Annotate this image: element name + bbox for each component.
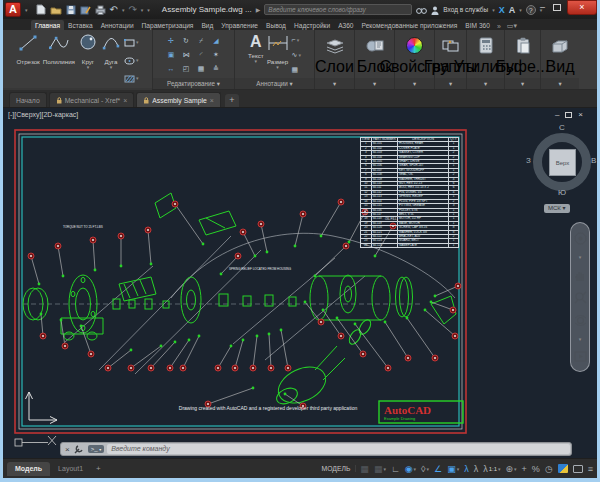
polar-tracking-icon[interactable]: ◉▾ [405,463,416,475]
line-button[interactable]: Отрезок [16,32,41,88]
polyline-button[interactable]: Полилиния [42,32,76,88]
viewport-controls-label[interactable]: [-][Сверху][2D-каркас] [8,111,78,118]
ellipse-icon[interactable] [124,51,135,69]
annotation-visibility-icon[interactable]: λ [464,463,469,475]
leader-icon[interactable]: ⌐ [292,36,296,44]
panel-modify-label[interactable]: Редактирование ▾ [153,78,234,89]
quick-properties-icon[interactable]: % [532,463,540,475]
revision-cloud-icon[interactable]: ∿ [292,51,298,59]
sign-in-dropdown-icon[interactable]: ▾ [492,7,495,13]
rotate-icon[interactable]: ↻ [183,37,189,45]
erase-icon[interactable]: ◢ [213,37,218,45]
file-tab-assembly-sample[interactable]: Assembly Sample × [136,92,221,107]
model-space-toggle[interactable]: МОДЕЛЬ [317,465,357,472]
auto-scale-icon[interactable]: λ [474,463,479,475]
ribbon-tab-parametric[interactable]: Параметризация [138,20,198,30]
autodesk-app-icon[interactable]: A [509,5,516,15]
undo-button[interactable]: ↶ [110,5,118,15]
viewcube-east[interactable]: В [591,156,596,165]
clean-screen-icon[interactable] [573,465,583,473]
panel-view[interactable]: Вид ▾ [541,30,579,89]
close-tab-icon[interactable]: × [210,97,214,104]
isolate-objects-icon[interactable]: ◷ [545,463,553,475]
orbit-icon[interactable] [574,314,587,327]
workspace-switching-icon[interactable]: ⊛▾ [506,463,517,475]
panel-properties-expand[interactable]: ▾ [395,78,434,89]
file-tab-mechanical[interactable]: Mechanical - Xref* × [49,92,135,107]
array-icon[interactable]: ▦ [198,65,205,73]
panel-annotation-label[interactable]: Аннотации ▾ [235,78,314,89]
stretch-icon[interactable]: ↔ [168,65,175,73]
orbit-dropdown-icon[interactable]: ▾ [579,336,582,342]
command-customize-icon[interactable] [74,440,86,458]
ribbon-tab-insert[interactable]: Вставка [64,20,97,30]
panel-view-expand[interactable]: ▾ [541,78,579,89]
new-layout-button[interactable]: + [91,464,106,473]
panel-groups-expand[interactable]: ▾ [435,78,466,89]
ribbon-tab-addins[interactable]: Надстройки [290,20,334,30]
isometric-drafting-icon[interactable]: ◊▾ [421,463,429,475]
ribbon-tab-view[interactable]: Вид [197,20,217,30]
text-button[interactable]: A Текст ▾ [247,32,265,78]
graphics-performance-icon[interactable] [558,464,568,473]
annotation-scale-icon[interactable]: λ1:1▾ [483,463,500,475]
file-tab-start[interactable]: Начало [9,92,47,107]
tab-overflow-icon[interactable]: » [494,23,504,30]
qat-customize-icon[interactable]: ▾ [147,7,150,13]
viewport-minimize-icon[interactable]: – [555,110,559,119]
app-menu-button[interactable]: A [5,2,21,17]
viewcube-west[interactable]: З [526,156,531,165]
save-as-button[interactable] [80,5,91,15]
app-menu-arrow-icon[interactable]: ▾ [25,7,28,13]
rectangle-icon[interactable] [124,33,135,51]
close-tab-icon[interactable]: × [123,97,127,104]
panel-clipboard[interactable]: Буфе... ▾ [505,30,541,89]
hatch-icon[interactable] [124,69,135,87]
sign-in-button[interactable]: Вход в службы [443,6,488,13]
close-button[interactable]: × [567,0,597,15]
user-icon[interactable] [431,1,439,19]
snap-mode-icon[interactable]: ▦▾ [374,463,386,475]
fillet-icon[interactable]: ◜ [200,51,203,59]
panel-layers-expand[interactable]: ▾ [315,78,354,89]
customization-icon[interactable]: ≡ [588,463,593,475]
ribbon-tab-annotate[interactable]: Аннотации [97,20,138,30]
pan-icon[interactable] [574,269,586,282]
save-button[interactable] [66,5,76,15]
showmotion-icon[interactable] [574,351,587,362]
panel-utilities-expand[interactable]: ▾ [467,78,504,89]
viewcube-north[interactable]: С [559,123,565,132]
viewport-close-icon[interactable]: × [578,110,583,119]
command-close-icon[interactable]: × [61,445,74,454]
wheel-dropdown-icon[interactable]: ▾ [579,254,582,260]
model-tab[interactable]: Модель [7,462,50,476]
copy-icon[interactable]: ▣ [168,51,175,59]
search-binoculars-icon[interactable] [416,1,427,19]
panel-block-expand[interactable]: ▾ [355,78,394,89]
zoom-extents-icon[interactable] [574,291,587,304]
plot-button[interactable] [95,5,106,15]
dimension-button[interactable]: Размер ▾ [266,32,290,78]
layout1-tab[interactable]: Layout1 [50,462,91,476]
ortho-mode-icon[interactable]: ∟ [391,463,400,475]
undo-dropdown-icon[interactable]: ▾ [122,7,125,13]
command-input[interactable]: Введите команду [107,444,570,454]
help-search-input[interactable]: Введите ключевое слово/фразу [264,4,412,15]
drawing-canvas[interactable]: [-][Сверху][2D-каркас] – × [3,108,597,458]
annotation-monitor-icon[interactable]: + [522,463,527,475]
table-icon[interactable]: ▦ [292,66,299,74]
redo-button[interactable]: ↷ [128,5,136,15]
ribbon-tab-a360[interactable]: A360 [334,20,357,30]
wcs-menu[interactable]: МСК ▾ [544,204,570,213]
command-prompt-icon[interactable]: >_ ▾ [88,445,105,453]
panel-layers[interactable]: Слои ▾ [315,30,355,89]
autodesk-dropdown-icon[interactable]: ▾ [519,7,522,13]
offset-icon[interactable]: ≙ [213,65,219,73]
ribbon-tab-bim360[interactable]: BIM 360 [461,20,494,30]
trim-icon[interactable]: ⌿ [199,37,203,45]
panel-clipboard-expand[interactable]: ▾ [505,78,540,89]
ribbon-tab-manage[interactable]: Управление [217,20,262,30]
grid-display-icon[interactable]: ▦ [360,463,369,475]
new-drawing-tab-button[interactable]: + [225,94,239,107]
exchange-apps-icon[interactable]: X [499,5,505,15]
